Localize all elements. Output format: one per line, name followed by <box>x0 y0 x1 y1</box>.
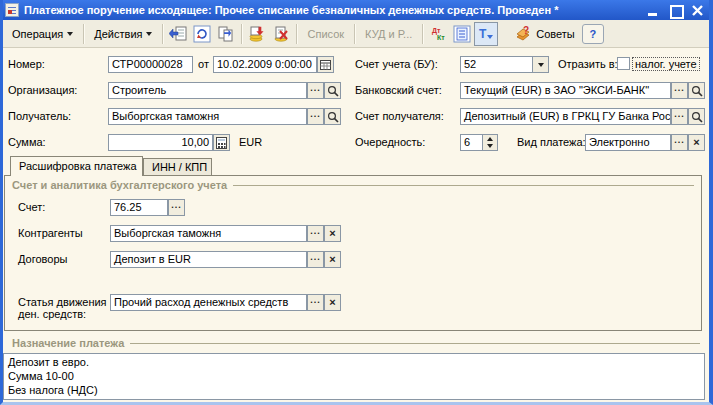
organization-input[interactable]: Строитель <box>108 82 307 99</box>
account-bu-select[interactable]: 52 <box>460 56 533 73</box>
cashflow-item-input[interactable]: Прочий расход денежных средств <box>110 294 307 311</box>
payee-choose-button[interactable]: ... <box>307 108 324 125</box>
tips-button-label: Советы <box>536 28 574 40</box>
contractors-clear-button[interactable]: × <box>324 225 341 242</box>
post-document-icon <box>248 26 266 42</box>
purpose-textarea[interactable]: Депозит в евро. Сумма 10-00 Без налога (… <box>3 353 705 400</box>
payee-input[interactable]: Выборгская таможня <box>108 108 307 125</box>
document-app-icon[interactable] <box>5 3 19 17</box>
actions-menu-button[interactable]: Действия <box>87 23 159 45</box>
close-icon[interactable] <box>691 4 704 17</box>
tab-inn-kpp[interactable]: ИНН / КПП <box>143 158 212 175</box>
help-button[interactable]: ? <box>582 24 604 44</box>
toolbar-separator <box>83 24 84 44</box>
bank-account-open-button[interactable] <box>688 82 705 99</box>
typing-mode-toggle[interactable]: Т <box>474 22 498 46</box>
contractors-label: Контрагенты <box>18 227 83 239</box>
list-button-label: Список <box>307 28 344 40</box>
operation-menu-button[interactable]: Операция <box>5 23 80 45</box>
payee-account-choose-button[interactable]: ... <box>671 108 688 125</box>
organization-choose-button[interactable]: ... <box>307 82 324 99</box>
account-choose-button[interactable]: ... <box>168 199 185 216</box>
organization-open-button[interactable] <box>324 82 341 99</box>
copy-document-icon <box>217 26 235 42</box>
toolbar: Операция Действия <box>0 20 713 48</box>
amount-label: Сумма: <box>8 136 46 148</box>
payment-kind-clear-button[interactable]: × <box>688 134 705 151</box>
analytics-section-header: Счет и аналитика бухгалтерского учета <box>12 179 694 191</box>
kud-button[interactable]: КУД и Р... <box>358 23 419 45</box>
cashflow-clear-button[interactable]: × <box>324 294 341 311</box>
tab-payment-details[interactable]: Расшифровка платежа <box>10 156 143 176</box>
tax-accounting-checkbox-label[interactable]: налог. учете <box>633 58 699 70</box>
contracts-choose-button[interactable]: ... <box>307 251 324 268</box>
cashflow-choose-button[interactable]: ... <box>307 294 324 311</box>
unpost-document-button[interactable] <box>269 22 293 46</box>
payment-kind-input[interactable]: Электронно <box>585 134 671 151</box>
dtkt-button[interactable]: ДтКт <box>426 22 450 46</box>
window-title: Платежное поручение исходящее: Прочее сп… <box>24 4 642 16</box>
toolbar-separator <box>162 24 163 44</box>
calculator-button[interactable] <box>213 134 230 151</box>
bank-account-choose-button[interactable]: ... <box>671 82 688 99</box>
enter-on-basis-button[interactable] <box>166 22 190 46</box>
calendar-button[interactable] <box>317 56 334 73</box>
maximize-icon[interactable] <box>669 4 682 17</box>
magnifier-icon <box>327 111 339 123</box>
operation-menu-label: Операция <box>12 28 63 40</box>
tips-button[interactable]: ? Советы <box>508 23 581 45</box>
account-bu-label: Счет учета (БУ): <box>355 58 438 70</box>
chevron-down-icon <box>538 63 544 67</box>
amount-input[interactable]: 10,00 <box>108 134 213 151</box>
currency-label: EUR <box>239 136 262 148</box>
payee-account-input[interactable]: Депозитный (EUR) в ГРКЦ ГУ Банка Рос <box>460 108 671 125</box>
form-area: Номер: СТР00000028 от 10.02.2009 0:00:00… <box>3 48 709 402</box>
tax-accounting-checkbox[interactable] <box>617 57 630 70</box>
bank-account-input[interactable]: Текущий (EUR) в ЗАО "ЭКСИ-БАНК" <box>460 82 671 99</box>
section-rule <box>233 185 694 186</box>
unpost-document-icon <box>272 26 290 42</box>
payee-account-open-button[interactable] <box>688 108 705 125</box>
contractors-input[interactable]: Выборгская таможня <box>110 225 307 242</box>
chevron-down-icon <box>487 35 493 39</box>
kud-button-label: КУД и Р... <box>365 28 412 40</box>
toolbar-separator <box>354 24 355 44</box>
date-input[interactable]: 10.02.2009 0:00:00 <box>213 56 317 73</box>
priority-spinner[interactable] <box>482 134 498 151</box>
payee-label: Получатель: <box>8 110 71 122</box>
t-dropdown-icon: Т <box>479 28 486 40</box>
date-from-label: от <box>198 58 209 70</box>
account-input[interactable]: 76.25 <box>110 199 168 216</box>
cashflow-label-line2: ден. средств: <box>18 308 86 320</box>
contractors-choose-button[interactable]: ... <box>307 225 324 242</box>
bank-account-label: Банковский счет: <box>355 84 442 96</box>
number-label: Номер: <box>8 58 45 70</box>
priority-input[interactable]: 6 <box>460 134 483 151</box>
copy-button[interactable] <box>214 22 238 46</box>
contracts-input[interactable]: Депозит в EUR <box>110 251 307 268</box>
post-document-button[interactable] <box>245 22 269 46</box>
payee-open-button[interactable] <box>324 108 341 125</box>
minimize-icon[interactable] <box>647 4 660 17</box>
purpose-line: Сумма 10-00 <box>8 369 700 383</box>
document-structure-button[interactable] <box>450 22 474 46</box>
list-button[interactable]: Список <box>300 23 351 45</box>
tab-label: Расшифровка платежа <box>19 160 137 172</box>
title-bar: Платежное поручение исходящее: Прочее сп… <box>0 0 713 20</box>
contracts-clear-button[interactable]: × <box>324 251 341 268</box>
svg-text:?: ? <box>523 25 529 36</box>
spin-up-icon[interactable] <box>483 135 497 143</box>
cashflow-label-line1: Статья движения <box>18 296 107 308</box>
payment-details-panel <box>4 175 702 331</box>
magnifier-icon <box>691 111 703 123</box>
number-input[interactable]: СТР00000028 <box>108 56 193 73</box>
purpose-line: Депозит в евро. <box>8 355 700 369</box>
payment-kind-choose-button[interactable]: ... <box>671 134 688 151</box>
account-label: Счет: <box>18 201 45 213</box>
reread-button[interactable] <box>190 22 214 46</box>
payee-account-label: Счет получателя: <box>355 110 444 122</box>
contracts-label: Договоры <box>18 253 67 265</box>
document-list-icon <box>453 25 471 43</box>
spin-down-icon[interactable] <box>483 143 497 151</box>
account-bu-dropdown-button[interactable] <box>532 56 549 73</box>
